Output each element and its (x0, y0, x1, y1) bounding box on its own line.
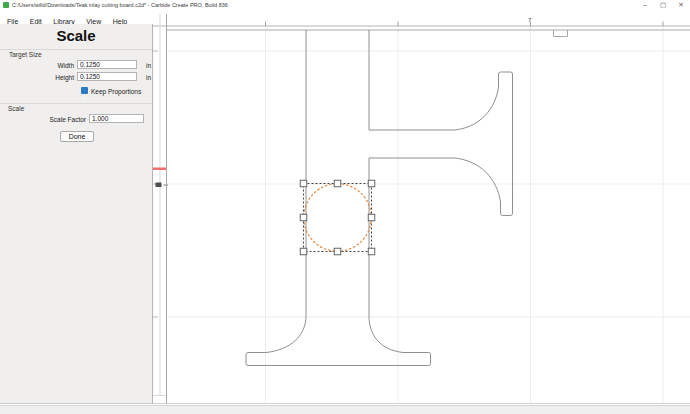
height-label: Height (34, 74, 74, 81)
handle-top-left[interactable] (300, 180, 307, 187)
origin-marker-dash (164, 184, 169, 186)
stock-notch (554, 30, 568, 37)
title-bar: C:/Users/willd/Downloads/Teak inlay cutt… (0, 0, 690, 10)
height-input[interactable] (77, 72, 137, 81)
done-button[interactable]: Done (60, 131, 94, 142)
scale-factor-input[interactable] (89, 114, 144, 123)
minimize-button[interactable]: – (638, 0, 652, 10)
ruler-red-marker (153, 168, 167, 171)
selected-circle-shape[interactable] (304, 184, 372, 252)
handle-bottom-left[interactable] (300, 248, 307, 255)
app-logo-icon (3, 2, 9, 8)
maximize-button[interactable]: ▢ (656, 0, 670, 10)
close-button[interactable]: ✕ (674, 0, 688, 10)
handle-middle-left[interactable] (300, 214, 307, 221)
selection-handles (300, 180, 375, 255)
application-window: C:/Users/willd/Downloads/Teak inlay cutt… (0, 0, 690, 414)
checkmark-icon: ✓ (82, 96, 87, 102)
separator (0, 49, 152, 50)
ruler-ticks-top (266, 22, 664, 27)
design-canvas[interactable]: 7 (153, 14, 690, 405)
scale-panel: Scale Target Size Width in Height in ✓ K… (0, 24, 153, 404)
keep-proportions-label: Keep Proportions (91, 88, 141, 95)
target-size-section-label: Target Size (9, 51, 42, 58)
height-unit: in (146, 74, 151, 81)
scale-factor-label: Scale Factor (36, 116, 86, 123)
handle-top-right[interactable] (368, 180, 375, 187)
handle-top-center[interactable] (334, 180, 341, 187)
width-unit: in (146, 62, 151, 69)
grid-lines (166, 26, 690, 404)
handle-bottom-right[interactable] (368, 248, 375, 255)
separator (0, 103, 152, 104)
keep-proportions-checkbox[interactable]: ✓ (81, 87, 88, 94)
letter-outline-path[interactable] (246, 30, 513, 366)
handle-bottom-center[interactable] (334, 248, 341, 255)
scale-section-label: Scale (8, 105, 24, 112)
width-label: Width (34, 62, 74, 69)
ruler-number: 7 (528, 17, 532, 23)
ruler-left-edge (153, 14, 167, 396)
stock-boundary (167, 14, 690, 404)
origin-marker-icon (156, 183, 162, 188)
status-bar (0, 405, 690, 414)
handle-middle-right[interactable] (368, 214, 375, 221)
width-input[interactable] (77, 60, 137, 69)
panel-title: Scale (0, 27, 152, 44)
window-title: C:/Users/willd/Downloads/Teak inlay cutt… (12, 2, 228, 8)
